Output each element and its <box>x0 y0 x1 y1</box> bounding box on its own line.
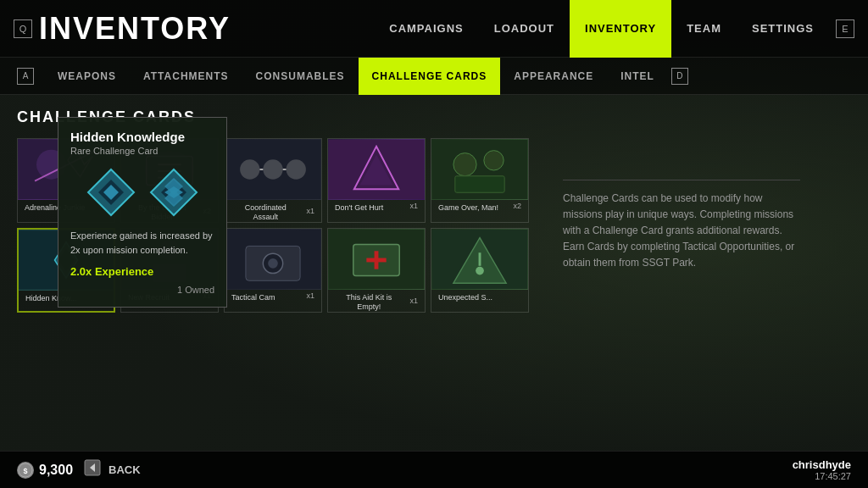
tooltip-popup: Hidden Knowledge Rare Challenge Card Exp… <box>58 117 227 308</box>
tooltip-title: Hidden Knowledge <box>70 130 214 144</box>
diamond-icon-2 <box>147 166 200 219</box>
sub-nav-weapons[interactable]: WEAPONS <box>44 58 130 95</box>
back-button[interactable]: BACK <box>83 458 141 481</box>
sub-navigation: A WEAPONS ATTACHMENTS CONSUMABLES CHALLE… <box>0 58 868 95</box>
tooltip-bonus: 2.0x Experience <box>70 265 214 278</box>
svg-text:$: $ <box>23 467 27 475</box>
card-aid-kit[interactable]: This Aid Kit is Empty! x1 <box>327 228 426 313</box>
right-panel-text: Challenge Cards can be used to modify ho… <box>563 180 800 272</box>
timestamp: 17:45:27 <box>815 471 851 481</box>
card-count <box>518 296 525 297</box>
bottom-bar: $ 9,300 BACK chrisdhyde 17:45:27 <box>0 451 868 488</box>
svg-point-39 <box>476 267 484 275</box>
tooltip-subtitle: Rare Challenge Card <box>70 146 214 156</box>
right-panel: Challenge Cards can be used to modify ho… <box>546 138 851 313</box>
nav-campaigns[interactable]: CAMPAIGNS <box>374 0 478 58</box>
svg-point-13 <box>287 159 306 179</box>
nav-team[interactable]: TEAM <box>671 0 737 58</box>
nav-items: CAMPAIGNS LOADOUT INVENTORY TEAM SETTING… <box>374 0 829 58</box>
card-coordinated-assault[interactable]: Coordinated Assault x1 <box>224 138 322 223</box>
a-key: A <box>17 68 34 85</box>
card-label: Tactical Cam <box>228 291 279 302</box>
q-key: Q <box>14 19 32 38</box>
svg-point-32 <box>268 258 278 269</box>
card-count: x2 <box>509 202 525 212</box>
card-count: x1 <box>406 202 421 212</box>
back-icon <box>83 458 102 481</box>
card-unexpected[interactable]: Unexpected S... <box>431 228 529 313</box>
bottom-right: chrisdhyde 17:45:27 <box>793 458 851 481</box>
card-count: x1 <box>303 207 318 217</box>
e-key: E <box>836 19 854 38</box>
sub-nav-consumables[interactable]: CONSUMABLES <box>242 58 359 95</box>
svg-point-11 <box>240 159 259 179</box>
sub-nav-appearance[interactable]: APPEARANCE <box>500 58 607 95</box>
d-key: D <box>671 68 688 85</box>
currency-display: $ 9,300 <box>17 462 73 479</box>
svg-point-21 <box>484 151 504 170</box>
svg-point-12 <box>263 159 282 179</box>
tooltip-owned: 1 Owned <box>70 285 214 295</box>
card-count: x1 <box>303 291 318 302</box>
card-count: x1 <box>406 297 421 307</box>
sub-nav-intel[interactable]: INTEL <box>607 58 668 95</box>
sub-nav-challenge-cards[interactable]: CHALLENGE CARDS <box>359 58 501 95</box>
currency-amount: 9,300 <box>39 463 73 478</box>
diamond-icon-1 <box>85 166 137 219</box>
page-title: INVENTORY <box>39 11 231 47</box>
sub-nav-attachments[interactable]: ATTACHMENTS <box>130 58 242 95</box>
card-label: Don't Get Hurt <box>331 202 387 213</box>
card-tactical-cam[interactable]: Tactical Cam x1 <box>224 228 322 313</box>
card-dont-get-hurt[interactable]: Don't Get Hurt x1 <box>327 138 426 223</box>
svg-rect-22 <box>455 176 504 192</box>
card-label: Unexpected S... <box>435 291 496 302</box>
back-label: BACK <box>108 463 141 476</box>
bottom-left: $ 9,300 BACK <box>17 458 141 481</box>
username: chrisdhyde <box>793 458 851 471</box>
card-label: Game Over, Man! <box>435 202 502 213</box>
tooltip-description: Experience gained is increased by 2x upo… <box>70 229 214 257</box>
tooltip-icons <box>70 166 214 219</box>
card-game-over[interactable]: Game Over, Man! x2 <box>431 138 529 223</box>
top-navigation: Q INVENTORY CAMPAIGNS LOADOUT INVENTORY … <box>0 0 868 58</box>
currency-icon: $ <box>17 462 34 479</box>
svg-point-20 <box>453 153 476 176</box>
card-label: This Aid Kit is Empty! <box>331 291 406 312</box>
card-label: Coordinated Assault <box>228 202 303 222</box>
nav-inventory[interactable]: INVENTORY <box>570 0 671 58</box>
nav-settings[interactable]: SETTINGS <box>737 0 829 58</box>
nav-loadout[interactable]: LOADOUT <box>479 0 570 58</box>
